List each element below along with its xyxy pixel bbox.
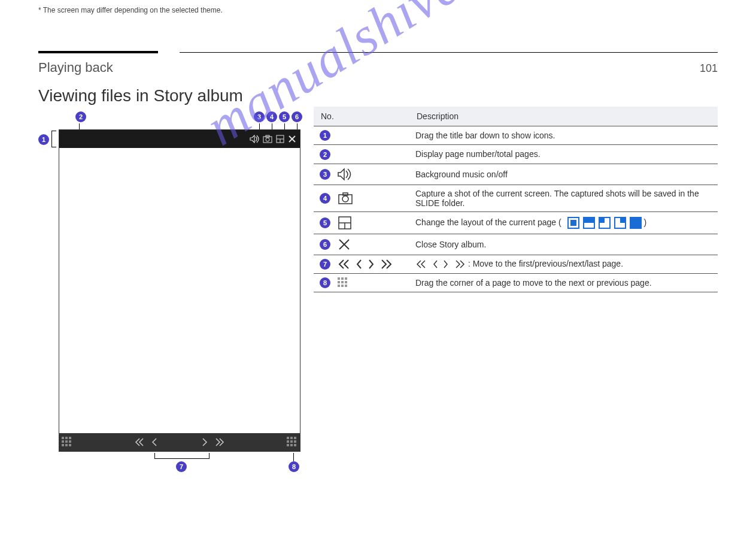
device-illustration: 1 2 3 4 5 6 [38, 107, 296, 452]
row-desc: Drag the corner of a page to move to the… [409, 273, 718, 292]
svg-point-1 [266, 138, 269, 141]
next-icon [202, 438, 208, 446]
svg-point-9 [342, 196, 348, 202]
nav-icons [338, 259, 393, 270]
callout-3: 3 [254, 111, 265, 122]
prev-icon [151, 438, 157, 446]
callout-8: 8 [289, 461, 299, 472]
camera-icon [263, 135, 272, 143]
close-icon [288, 135, 296, 143]
device-bottom-bar [59, 433, 300, 451]
camera-icon [338, 192, 353, 205]
svg-rect-10 [343, 193, 348, 195]
row-num: 4 [320, 193, 330, 204]
grid-icon [338, 277, 348, 288]
row-desc: Background music on/off [409, 164, 718, 185]
legend-table: No. Description 1 Drag the title bar dow… [314, 107, 718, 292]
device-toolbar [59, 130, 300, 148]
row-num: 7 [320, 259, 330, 270]
speaker-icon [338, 168, 353, 181]
row-num: 8 [320, 277, 330, 288]
footnote: * The screen may differ depending on the… [38, 6, 223, 14]
nav-icons-inline [415, 259, 466, 269]
last-icon [215, 438, 224, 446]
grid-icon-left [62, 437, 72, 448]
callout-4: 4 [266, 111, 277, 122]
layout-icon [276, 135, 284, 143]
section-title: Playing back [38, 60, 113, 75]
first-icon [135, 438, 144, 446]
page-subtitle: Viewing files in Story album [38, 86, 243, 105]
row-num: 5 [320, 217, 330, 228]
layout-options [567, 217, 642, 229]
row-num: 2 [320, 149, 330, 160]
col-header-no: No. [314, 107, 409, 126]
callout-5: 5 [279, 111, 290, 122]
callout-1: 1 [38, 134, 49, 145]
row-desc: Drag the title bar down to show icons. [409, 126, 718, 145]
row-desc: : Move to the first/previous/next/last p… [409, 255, 718, 273]
row-desc: Change the layout of the current page ( … [409, 211, 718, 234]
close-icon [338, 238, 351, 251]
page-number: 101 [700, 62, 718, 75]
speaker-icon [250, 135, 259, 143]
layout-icon [338, 216, 352, 230]
grid-icon-right [287, 437, 297, 448]
callout-6: 6 [292, 111, 302, 122]
row-num: 6 [320, 239, 330, 250]
row-num: 3 [320, 169, 330, 180]
col-header-desc: Description [409, 107, 718, 126]
row-desc: Close Story album. [409, 234, 718, 255]
row-desc: Display page number/total pages. [409, 145, 718, 164]
callout-2: 2 [75, 111, 86, 122]
row-num: 1 [320, 130, 330, 141]
nav-controls [135, 438, 224, 446]
callout-7: 7 [176, 461, 187, 472]
row-desc: Capture a shot of the current screen. Th… [409, 185, 718, 211]
